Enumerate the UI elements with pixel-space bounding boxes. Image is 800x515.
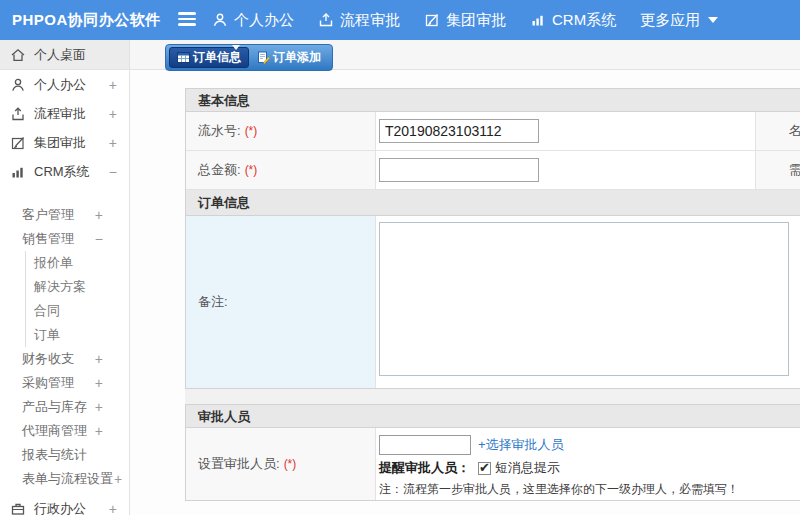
sidebar-item-product-inventory[interactable]: 产品与库存 + [0,395,129,419]
sidebar-item-label: 流程审批 [34,105,86,123]
process-icon [318,12,334,28]
nav-crm-system[interactable]: CRM系统 [530,11,616,30]
serial-number-value-cell [376,112,756,150]
remark-label-cell: 备注: [186,216,376,388]
app-window: PHPOA协同办公软件 个人办公 流程审批 集团审批 [0,0,800,515]
sidebar-item-process-approval[interactable]: 流程审批 + [0,99,129,128]
total-amount-input[interactable] [379,158,539,182]
section-header-approver: 审批人员 [186,405,800,428]
nav-more-apps[interactable]: 更多应用 [640,11,718,30]
total-amount-row: 总金额: (*) 需 [186,151,800,190]
nav-group-approval[interactable]: 集团审批 [424,11,506,30]
sidebar-item-label: 合同 [34,302,60,320]
user-icon [10,77,26,93]
nav-label: CRM系统 [552,11,616,30]
sidebar-item-label: 产品与库存 [22,398,87,416]
expand-plus-icon[interactable]: + [109,135,117,151]
sidebar-item-customer-mgmt[interactable]: 客户管理 + [0,203,129,227]
main-content: 订单信息 订单添加 基本信息 流水号: (*) [130,40,800,515]
topbar: PHPOA协同办公软件 个人办公 流程审批 集团审批 [0,0,800,40]
expand-plus-icon[interactable]: + [95,375,103,391]
nav-label: 流程审批 [340,11,400,30]
order-form: 基本信息 流水号: (*) 名 总金额: [185,88,800,501]
section-gap [185,389,800,404]
sidebar-item-crm-system[interactable]: CRM系统 − [0,157,129,186]
sidebar-item-form-process-settings[interactable]: 表单与流程设置 + [0,467,129,491]
top-navigation: 个人办公 流程审批 集团审批 CRM系统 更多应用 [212,0,718,40]
remark-value-cell [376,216,800,388]
expand-plus-icon[interactable]: + [95,423,103,439]
sidebar-item-quotation[interactable]: 报价单 [26,251,129,275]
nav-label: 更多应用 [640,11,700,30]
approver-table: 审批人员 设置审批人员: (*) +选择审批人员 提醒审批人员： [185,404,800,501]
sidebar-item-label: 客户管理 [22,206,74,224]
serial-number-input[interactable] [379,119,539,143]
basic-info-table: 基本信息 流水号: (*) 名 总金额: [185,88,800,389]
sidebar-item-admin-office[interactable]: 行政办公 + [0,494,129,515]
total-amount-value-cell [376,151,756,189]
sidebar-item-label: 采购管理 [22,374,74,392]
sidebar-item-label: 集团审批 [34,134,86,152]
sidebar-item-label: 报价单 [34,254,73,272]
caret-down-icon [708,17,718,23]
serial-number-row: 流水号: (*) 名 [186,112,800,151]
expand-plus-icon[interactable]: + [109,77,117,93]
collapse-minus-icon[interactable]: − [95,231,103,247]
nav-label: 集团审批 [446,11,506,30]
sidebar-item-order[interactable]: 订单 [26,323,129,347]
sidebar-item-reports-stats[interactable]: 报表与统计 [0,443,129,467]
remark-textarea[interactable] [379,222,789,376]
remark-row: 备注: [186,216,800,388]
sidebar-item-contract[interactable]: 合同 [26,299,129,323]
sidebar-item-sales-mgmt[interactable]: 销售管理 − [0,227,129,251]
collapse-minus-icon[interactable]: − [109,164,117,180]
clipped-label-text: 需 [789,161,800,179]
approver-note: 注：流程第一步审批人员，这里选择你的下一级办理人，必需填写！ [379,481,800,498]
nav-label: 个人办公 [234,11,294,30]
serial-number-label-cell: 流水号: (*) [186,112,376,150]
edit-icon [10,135,26,151]
sidebar-item-label: 行政办公 [34,500,86,515]
tab-order-info[interactable]: 订单信息 [169,47,249,68]
expand-plus-icon[interactable]: + [95,351,103,367]
choose-approver-link[interactable]: +选择审批人员 [478,436,564,454]
required-marker: (*) [245,124,258,138]
expand-plus-icon[interactable]: + [114,471,122,487]
expand-plus-icon[interactable]: + [95,207,103,223]
sidebar-item-agent-mgmt[interactable]: 代理商管理 + [0,419,129,443]
edit-icon [424,12,440,28]
approver-row: 设置审批人员: (*) +选择审批人员 提醒审批人员： 短消息提示 [186,428,800,500]
sms-label: 短消息提示 [495,459,560,477]
add-doc-icon [257,51,270,64]
expand-plus-icon[interactable]: + [95,399,103,415]
sidebar-item-group-approval[interactable]: 集团审批 + [0,128,129,157]
sidebar-item-personal-desktop[interactable]: 个人桌面 [0,40,129,70]
table-icon [177,51,190,64]
expand-plus-icon[interactable]: + [109,501,117,515]
sidebar-item-purchase[interactable]: 采购管理 + [0,371,129,395]
sidebar-item-label: 表单与流程设置 [22,470,113,488]
tab-order-add[interactable]: 订单添加 [249,47,329,68]
approver-label-cell: 设置审批人员: (*) [186,428,376,500]
hamburger-menu-icon[interactable] [178,12,196,28]
sidebar-item-solution[interactable]: 解决方案 [26,275,129,299]
sidebar-item-label: 报表与统计 [22,446,87,464]
nav-personal-office[interactable]: 个人办公 [212,11,294,30]
nav-process-approval[interactable]: 流程审批 [318,11,400,30]
sidebar-submenu-sales: 报价单 解决方案 合同 订单 [25,251,129,347]
sidebar-item-label: 销售管理 [22,230,74,248]
approver-input[interactable] [379,435,471,455]
clipped-col2-label-row2: 需 [756,151,800,189]
clipped-col2-label-row1: 名 [756,112,800,150]
sidebar-item-label: 个人办公 [34,76,86,94]
sidebar-item-label: 订单 [34,326,60,344]
total-amount-label-cell: 总金额: (*) [186,151,376,189]
sidebar-item-personal-office[interactable]: 个人办公 + [0,70,129,99]
required-marker: (*) [245,163,258,177]
tab-label: 订单信息 [193,49,241,66]
sidebar-item-finance[interactable]: 财务收支 + [0,347,129,371]
home-icon [10,47,26,63]
sms-checkbox[interactable] [478,462,491,475]
expand-plus-icon[interactable]: + [109,106,117,122]
sidebar-item-label: 财务收支 [22,350,74,368]
